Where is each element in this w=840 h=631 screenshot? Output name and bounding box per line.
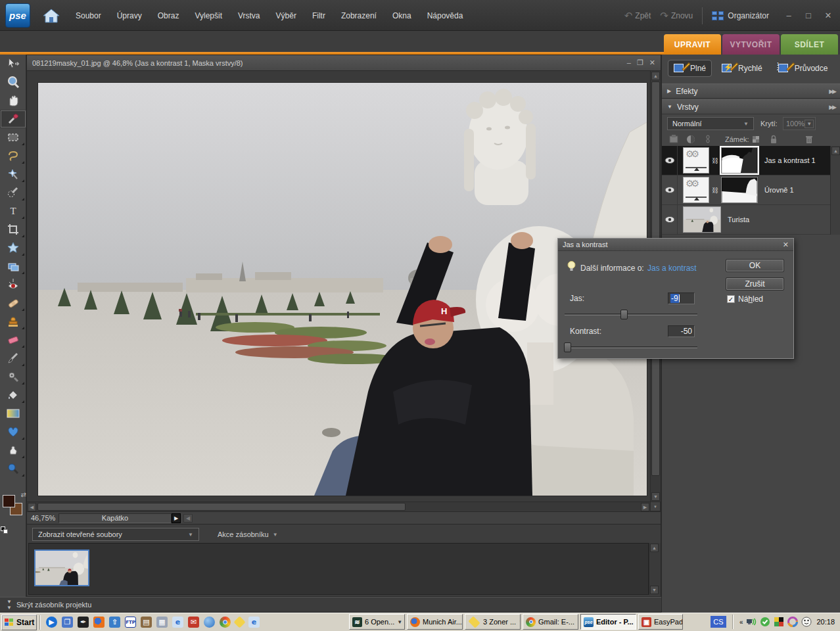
status-info-field[interactable]: Kapátko	[58, 513, 172, 523]
status-back-arrow-icon[interactable]: ◀	[183, 514, 193, 523]
file-manager-icon[interactable]: ▤	[141, 617, 152, 628]
layer-row-urovne[interactable]: ⚙⚙ ⛓ Úrovně 1	[662, 175, 830, 205]
hand-tool[interactable]	[0, 91, 26, 110]
layer-mask-thumbnail[interactable]	[721, 147, 758, 174]
close-button[interactable]: ✕	[822, 11, 835, 20]
visibility-toggle[interactable]	[662, 146, 678, 175]
clock[interactable]: 20:18	[815, 618, 839, 626]
quick-selection-tool[interactable]	[0, 183, 26, 202]
undo-button[interactable]: ↶ Zpět	[624, 10, 651, 22]
crop-tool[interactable]	[0, 220, 26, 239]
new-adjustment-layer-icon[interactable]	[686, 135, 696, 144]
lock-transparency-icon[interactable]	[751, 135, 762, 144]
scroll-down-icon[interactable]: ▼	[651, 492, 660, 501]
menu-obraz[interactable]: Obraz	[158, 11, 179, 20]
magic-wand-tool[interactable]	[0, 165, 26, 183]
clone-stamp-tool[interactable]	[0, 312, 26, 331]
layers-panel-header[interactable]: ▼ Vrstvy ▶▶	[662, 99, 840, 114]
firefox-icon[interactable]	[93, 617, 105, 628]
effects-panel-header[interactable]: ▶ Efekty ▶▶	[662, 83, 840, 99]
window-shortcut-icon[interactable]: ❐	[62, 617, 73, 628]
redo-button[interactable]: ↷ Znovu	[660, 10, 693, 22]
layer-name[interactable]: Turista	[728, 216, 749, 223]
photo-canvas[interactable]: H	[38, 83, 647, 496]
organizer-button[interactable]: Organizátor	[712, 11, 769, 20]
taskbutton-zoner-group[interactable]: 3 Zoner ... ▼	[465, 614, 521, 630]
maximize-button[interactable]: □	[802, 11, 815, 20]
type-tool[interactable]: T	[0, 202, 26, 220]
scroll-up-icon[interactable]: ▲	[651, 72, 660, 80]
layer-row-jas-a-kontrast[interactable]: ⚙⚙ ⛓ Jas a kontrast 1	[662, 146, 830, 175]
layer-name[interactable]: Jas a kontrast 1	[764, 156, 816, 164]
zoom-tool[interactable]	[0, 73, 26, 91]
minimize-button[interactable]: –	[782, 11, 795, 20]
taskbutton-editor-active[interactable]: pse Editor - P...	[580, 614, 636, 630]
taskbutton-easypad[interactable]: ▣ EasyPad	[638, 614, 683, 630]
trash-icon[interactable]	[804, 135, 814, 144]
menu-zobrazeni[interactable]: Zobrazení	[341, 11, 377, 20]
tray-expand-icon[interactable]: «	[739, 619, 743, 626]
bin-scrollbar[interactable]: ▲ ▼	[649, 543, 661, 595]
smiley-app-icon[interactable]	[801, 617, 812, 627]
shape-tool[interactable]	[0, 423, 26, 441]
edit-quick-button[interactable]: ⚡ Rychlé	[716, 60, 768, 76]
smart-brush-tool[interactable]	[0, 367, 26, 386]
zoner-icon[interactable]	[233, 616, 245, 628]
menu-vrstva[interactable]: Vrstva	[238, 11, 260, 20]
brightness-slider-track[interactable]	[565, 314, 697, 316]
contrast-slider-track[interactable]	[565, 346, 697, 348]
adjustment-layer-thumbnail[interactable]: ⚙⚙	[683, 177, 709, 203]
canvas-area[interactable]: H	[27, 71, 650, 502]
cookie-cutter-tool[interactable]	[0, 239, 26, 257]
internet-explorer-icon[interactable]: e	[172, 617, 183, 628]
taskbutton-munich-air[interactable]: Munich Air...	[407, 614, 463, 630]
color-grid-icon[interactable]	[774, 617, 784, 627]
visibility-toggle[interactable]	[662, 205, 678, 235]
menu-napoveda[interactable]: Nápověda	[427, 11, 463, 20]
menu-filtr[interactable]: Filtr	[312, 11, 325, 20]
tab-sdilet[interactable]: SDÍLET	[781, 34, 838, 55]
lock-all-icon[interactable]	[768, 135, 779, 144]
dialog-titlebar[interactable]: Jas a kontrast ✕	[558, 239, 793, 251]
ok-button[interactable]: OK	[726, 259, 784, 272]
contrast-input[interactable]: -50	[668, 325, 695, 337]
paint-bucket-tool[interactable]	[0, 386, 26, 404]
preview-checkbox-row[interactable]: ✓ Náhled	[727, 294, 763, 304]
scroll-up-icon[interactable]: ▲	[650, 544, 659, 552]
adjustment-layer-thumbnail[interactable]: ⚙⚙	[683, 147, 709, 174]
dialog-close-icon[interactable]: ✕	[783, 241, 789, 249]
healing-brush-tool[interactable]	[0, 294, 26, 312]
scroll-right-icon[interactable]: ▶	[641, 503, 649, 511]
red-eye-removal-tool[interactable]	[0, 275, 26, 294]
link-layers-icon[interactable]	[703, 135, 713, 144]
smudge-tool[interactable]	[0, 441, 26, 459]
doc-minimize-button[interactable]: –	[627, 58, 631, 67]
blur-tool[interactable]	[0, 459, 26, 478]
swap-colors-icon[interactable]: ⇄	[21, 491, 26, 498]
status-menu-arrow-icon[interactable]: ▶	[172, 513, 181, 523]
tab-vytvorit[interactable]: VYTVOŘIT	[722, 34, 780, 55]
menu-vylepsit[interactable]: Vylepšit	[195, 11, 222, 20]
scroll-down-icon[interactable]: ▼	[650, 586, 659, 594]
contrast-slider-thumb[interactable]	[564, 342, 571, 352]
horizontal-scroll-thumb[interactable]	[37, 503, 406, 511]
layer-mask-thumbnail[interactable]	[721, 177, 758, 203]
opacity-dropdown[interactable]: 100% ▼	[783, 117, 816, 130]
panel-menu-icon[interactable]: ▶▶	[829, 88, 835, 95]
menu-upravy[interactable]: Úpravy	[117, 11, 142, 20]
email-icon[interactable]: ✉	[188, 617, 199, 628]
cancel-button[interactable]: Zrušit	[726, 277, 784, 291]
horizontal-scrollbar[interactable]: ◀ ▶	[27, 502, 650, 511]
taskbutton-gmail[interactable]: Gmail: E-...	[523, 614, 578, 630]
new-layer-icon[interactable]	[668, 135, 679, 144]
rectangular-marquee-tool[interactable]	[0, 128, 26, 147]
antivirus-status-icon[interactable]	[760, 617, 770, 627]
menu-vyber[interactable]: Výběr	[276, 11, 296, 20]
zoom-level[interactable]: 46,75%	[27, 514, 58, 522]
hide-project-bin-bar[interactable]: ▼▼ Skrýt zásobník projektu	[0, 597, 661, 613]
layer-name[interactable]: Úrovně 1	[764, 186, 794, 194]
calculator-icon[interactable]: ▦	[156, 617, 168, 628]
taskbutton-open-group[interactable]: ≋ 6 Open... ▼	[349, 614, 405, 630]
language-indicator[interactable]: CS	[711, 616, 726, 628]
ink-app-icon[interactable]: ✒	[78, 617, 89, 628]
